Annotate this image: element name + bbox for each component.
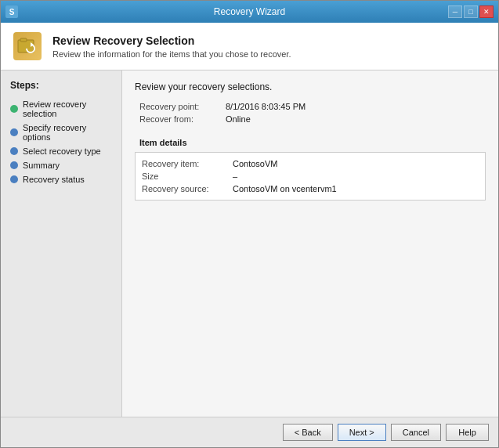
detail-label-size: Size [142, 172, 228, 181]
recovery-point-row: Recovery point: 8/1/2016 8:03:45 PM [135, 100, 486, 113]
detail-label-source: Recovery source: [142, 184, 228, 193]
sidebar-item-specify[interactable]: Specify recovery options [7, 121, 115, 144]
recovery-point-label: Recovery point: [135, 100, 221, 113]
item-details-header: Item details [135, 133, 486, 149]
sidebar-title: Steps: [7, 80, 115, 91]
item-details-section: Item details Recovery item: ContosoVM Si… [135, 133, 486, 201]
step-dot-review [10, 105, 18, 113]
sidebar-item-status[interactable]: Recovery status [7, 172, 115, 186]
main-panel: Review your recovery selections. Recover… [122, 70, 498, 417]
review-intro-text: Review your recovery selections. [135, 81, 486, 92]
recover-from-row: Recover from: Online [135, 113, 486, 125]
recover-icon-svg [16, 35, 38, 57]
detail-value-size: – [233, 172, 237, 181]
header-icon-container [12, 31, 43, 62]
step-dot-summary [10, 161, 18, 169]
detail-row-size: Size – [142, 170, 479, 182]
step-dot-specify [10, 128, 18, 136]
title-bar-controls: ─ □ ✕ [448, 5, 494, 18]
back-button[interactable]: < Back [283, 424, 333, 441]
sidebar-item-summary[interactable]: Summary [7, 158, 115, 172]
title-bar-left: S [5, 5, 18, 18]
detail-value-source: ContosoVM on vcentervm1 [233, 184, 337, 193]
help-button[interactable]: Help [446, 424, 489, 441]
header-section: Review Recovery Selection Review the inf… [1, 23, 498, 70]
recovery-wizard-window: S Recovery Wizard ─ □ ✕ Review Recovery … [0, 0, 499, 448]
header-title: Review Recovery Selection [52, 34, 291, 47]
header-subtitle: Review the information for the items tha… [52, 49, 291, 59]
sidebar: Steps: Review recovery selection Specify… [1, 70, 122, 417]
content-area: Steps: Review recovery selection Specify… [1, 70, 498, 417]
recover-from-label: Recover from: [135, 113, 221, 125]
header-text: Review Recovery Selection Review the inf… [52, 34, 291, 59]
window-title: Recovery Wizard [214, 6, 285, 17]
detail-value-item: ContosoVM [233, 159, 277, 168]
next-button[interactable]: Next > [338, 424, 386, 441]
close-button[interactable]: ✕ [479, 5, 494, 18]
title-bar: S Recovery Wizard ─ □ ✕ [1, 1, 498, 23]
sidebar-item-select-type[interactable]: Select recovery type [7, 144, 115, 158]
maximize-button[interactable]: □ [464, 5, 478, 18]
sidebar-item-label-specify: Specify recovery options [23, 123, 112, 142]
header-icon [13, 32, 42, 60]
step-dot-select-type [10, 147, 18, 155]
footer: < Back Next > Cancel Help [1, 417, 498, 447]
recovery-point-value: 8/1/2016 8:03:45 PM [221, 100, 486, 113]
detail-row-item: Recovery item: ContosoVM [142, 157, 479, 170]
step-dot-status [10, 175, 18, 183]
recover-from-value: Online [221, 113, 486, 125]
sidebar-item-label-review: Review recovery selection [23, 99, 112, 118]
recovery-info-table: Recovery point: 8/1/2016 8:03:45 PM Reco… [135, 100, 486, 125]
sidebar-item-label-select-type: Select recovery type [23, 146, 101, 156]
detail-row-source: Recovery source: ContosoVM on vcentervm1 [142, 182, 479, 195]
minimize-button[interactable]: ─ [448, 5, 462, 18]
app-icon: S [5, 5, 18, 18]
detail-label-item: Recovery item: [142, 159, 228, 168]
sidebar-item-label-status: Recovery status [23, 175, 85, 184]
sidebar-item-review[interactable]: Review recovery selection [7, 97, 115, 121]
app-icon-letter: S [9, 8, 15, 16]
item-details-box: Recovery item: ContosoVM Size – Recovery… [135, 152, 486, 201]
svg-rect-1 [20, 38, 27, 42]
cancel-button[interactable]: Cancel [391, 424, 441, 441]
sidebar-item-label-summary: Summary [23, 161, 60, 170]
